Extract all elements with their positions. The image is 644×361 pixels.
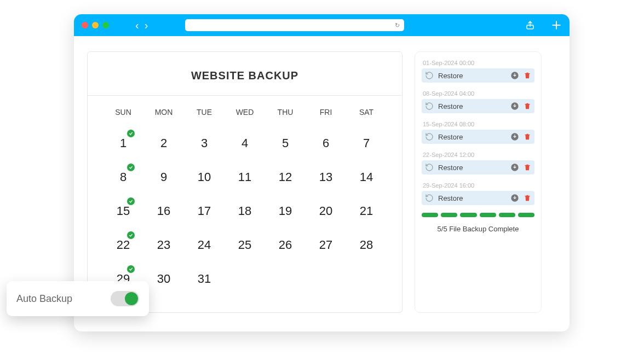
calendar-day[interactable]: 23 [143, 228, 184, 262]
restore-row: Restore [422, 99, 534, 113]
calendar-day[interactable]: 16 [143, 194, 184, 228]
calendar-day[interactable]: 30 [143, 262, 184, 296]
progress-segment [422, 213, 438, 217]
undo-icon[interactable] [425, 163, 434, 172]
calendar-day[interactable]: 15 [103, 194, 143, 228]
auto-backup-card: Auto Backup [7, 281, 149, 316]
backup-timestamp: 22-Sep-2024 12:00 [422, 152, 534, 160]
progress-segment [441, 213, 457, 217]
calendar-title: WEBSITE BACKUP [88, 52, 402, 96]
restore-button[interactable]: Restore [438, 102, 463, 110]
calendar-grid: SUNMONTUEWEDTHUFRISAT 123456789101112131… [88, 96, 402, 312]
progress-segment [460, 213, 476, 217]
calendar-card: WEBSITE BACKUP SUNMONTUEWEDTHUFRISAT 123… [87, 51, 403, 313]
maximize-window-button[interactable] [102, 22, 109, 28]
calendar-day[interactable]: 5 [265, 126, 306, 160]
calendar-day[interactable]: 26 [265, 228, 306, 262]
calendar-day[interactable]: 1 [103, 126, 143, 160]
progress-segment [480, 213, 496, 217]
undo-icon[interactable] [425, 71, 434, 80]
calendar-day[interactable]: 14 [346, 160, 387, 194]
calendar-day[interactable]: 25 [225, 228, 265, 262]
restore-row: Restore [422, 68, 534, 83]
calendar-day[interactable]: 4 [225, 126, 265, 160]
backup-item: 15-Sep-2024 08:00Restore [422, 121, 534, 144]
calendar-day[interactable]: 27 [306, 228, 346, 262]
calendar-day[interactable]: 9 [143, 160, 184, 194]
calendar-day[interactable]: 19 [265, 194, 306, 228]
forward-button[interactable]: › [145, 20, 148, 31]
calendar-day [346, 262, 387, 296]
calendar-day[interactable]: 31 [184, 262, 225, 296]
restore-button[interactable]: Restore [438, 164, 463, 172]
check-icon [127, 197, 135, 205]
share-icon[interactable] [525, 20, 536, 31]
calendar-day[interactable]: 28 [346, 228, 387, 262]
backup-timestamp: 08-Sep-2024 04:00 [422, 90, 534, 99]
traffic-lights [82, 22, 109, 28]
trash-icon[interactable] [524, 133, 531, 141]
progress-bar [422, 213, 534, 217]
calendar-day[interactable]: 6 [306, 126, 346, 160]
address-bar[interactable]: ↻ [185, 19, 404, 31]
calendar-day[interactable]: 13 [306, 160, 346, 194]
calendar-day [265, 262, 306, 296]
calendar-day[interactable]: 10 [184, 160, 225, 194]
dow-label: FRI [306, 108, 346, 126]
download-icon[interactable] [510, 132, 519, 141]
trash-icon[interactable] [524, 194, 531, 202]
toggle-knob [125, 292, 138, 305]
calendar-day[interactable]: 18 [225, 194, 265, 228]
dow-label: SUN [103, 108, 143, 126]
close-window-button[interactable] [82, 22, 88, 28]
progress-segment [518, 213, 534, 217]
calendar-day[interactable]: 7 [346, 126, 387, 160]
calendar-day[interactable]: 22 [103, 228, 143, 262]
calendar-day[interactable]: 17 [184, 194, 225, 228]
calendar-day[interactable]: 2 [143, 126, 184, 160]
backup-timestamp: 01-Sep-2024 00:00 [422, 60, 534, 68]
restore-row: Restore [422, 160, 534, 174]
back-button[interactable]: ‹ [135, 20, 139, 31]
check-icon [127, 265, 135, 273]
backup-item: 08-Sep-2024 04:00Restore [422, 90, 534, 113]
calendar-day[interactable]: 12 [265, 160, 306, 194]
dow-label: TUE [184, 108, 225, 126]
check-icon [127, 231, 135, 239]
undo-icon[interactable] [425, 132, 434, 141]
backup-status: 5/5 File Backup Complete [422, 225, 534, 233]
restore-row: Restore [422, 130, 534, 144]
calendar-day[interactable]: 11 [225, 160, 265, 194]
trash-icon[interactable] [524, 102, 531, 110]
backup-timestamp: 15-Sep-2024 08:00 [422, 121, 534, 130]
restore-button[interactable]: Restore [438, 133, 463, 141]
undo-icon[interactable] [425, 102, 434, 110]
new-tab-button[interactable] [551, 20, 562, 31]
auto-backup-toggle[interactable] [111, 291, 139, 306]
content-area: WEBSITE BACKUP SUNMONTUEWEDTHUFRISAT 123… [74, 36, 570, 326]
restore-row: Restore [422, 191, 534, 205]
calendar-day[interactable]: 20 [306, 194, 346, 228]
restore-button[interactable]: Restore [438, 72, 463, 80]
calendar-day[interactable]: 21 [346, 194, 387, 228]
trash-icon[interactable] [524, 72, 531, 79]
auto-backup-label: Auto Backup [16, 293, 72, 305]
trash-icon[interactable] [524, 164, 531, 171]
calendar-day[interactable]: 24 [184, 228, 225, 262]
reload-icon[interactable]: ↻ [395, 22, 400, 29]
progress-segment [499, 213, 515, 217]
minimize-window-button[interactable] [92, 22, 99, 28]
nav-arrows: ‹ › [135, 20, 148, 31]
backup-item: 01-Sep-2024 00:00Restore [422, 60, 534, 83]
download-icon[interactable] [510, 102, 519, 110]
check-icon [127, 130, 135, 137]
dow-label: SAT [346, 108, 387, 126]
calendar-day[interactable]: 8 [103, 160, 143, 194]
calendar-day[interactable]: 3 [184, 126, 225, 160]
check-icon [127, 164, 135, 171]
restore-button[interactable]: Restore [438, 194, 463, 202]
undo-icon[interactable] [425, 194, 434, 202]
download-icon[interactable] [510, 163, 519, 172]
download-icon[interactable] [510, 194, 519, 202]
download-icon[interactable] [510, 71, 519, 80]
